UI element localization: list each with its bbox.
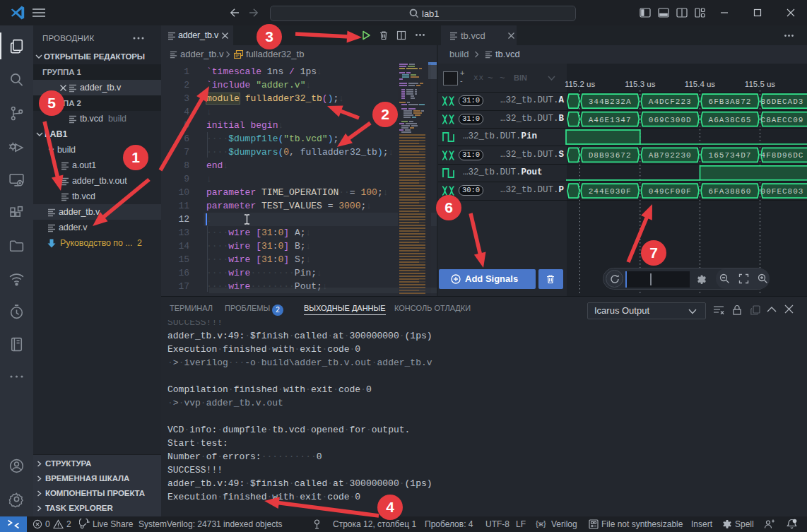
svg-text:A4DCF223: A4DCF223	[649, 97, 692, 106]
svg-text:D8B93672: D8B93672	[589, 151, 632, 160]
svg-text:6FB3A872: 6FB3A872	[709, 97, 752, 106]
svg-text:115.2 us: 115.2 us	[565, 80, 595, 88]
svg-text:4F8D96DC: 4F8D96DC	[761, 151, 804, 160]
svg-text:165734D7: 165734D7	[709, 151, 752, 160]
svg-text:A46E1347: A46E1347	[589, 116, 632, 124]
svg-text:115.3 us: 115.3 us	[625, 80, 656, 88]
svg-text:049CF00F: 049CF00F	[649, 187, 692, 196]
svg-text:244E030F: 244E030F	[589, 187, 632, 196]
svg-text:115.4 us: 115.4 us	[685, 80, 716, 88]
svg-text:6FA38860: 6FA38860	[709, 187, 752, 196]
svg-text:86DECAD3: 86DECAD3	[761, 97, 804, 106]
svg-text:AB792230: AB792230	[649, 151, 692, 160]
svg-text:00FEC803: 00FEC803	[761, 187, 804, 196]
svg-text:069C300D: 069C300D	[649, 116, 692, 124]
svg-text:115.5 us: 115.5 us	[745, 80, 776, 88]
svg-text:C8AECC09: C8AECC09	[761, 116, 804, 124]
svg-text:A6A38C65: A6A38C65	[709, 116, 752, 124]
svg-text:344B232A: 344B232A	[589, 97, 632, 106]
